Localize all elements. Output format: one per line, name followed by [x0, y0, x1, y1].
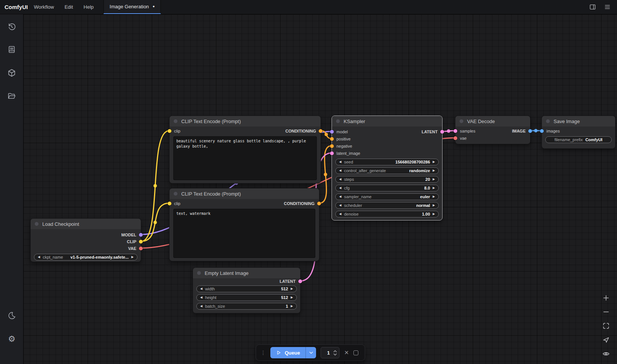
widget-seed[interactable]: ◀seed156680208700286▶: [335, 159, 439, 165]
widget-scheduler[interactable]: ◀schedulernormal▶: [335, 202, 439, 209]
increment-icon[interactable]: ▶: [291, 305, 293, 308]
node-title-bar[interactable]: VAE Decode: [455, 116, 530, 126]
node-title-bar[interactable]: Load Checkpoint: [31, 219, 141, 229]
increment-icon[interactable]: ▶: [433, 169, 435, 172]
node-title-bar[interactable]: Save Image: [542, 116, 615, 126]
decrement-icon[interactable]: ◀: [339, 178, 341, 181]
increment-icon[interactable]: ▶: [433, 160, 435, 163]
stop-icon[interactable]: [353, 350, 358, 355]
collapse-dot-icon[interactable]: [35, 222, 39, 226]
collapse-dot-icon[interactable]: [460, 119, 463, 123]
sidebar-button-history[interactable]: [7, 22, 17, 32]
menu-item-edit[interactable]: Edit: [65, 4, 73, 10]
stepper-down-icon[interactable]: [333, 353, 337, 356]
output-port-conditioning[interactable]: [317, 202, 321, 205]
increment-icon[interactable]: ▶: [131, 256, 134, 259]
collapse-dot-icon[interactable]: [197, 271, 201, 275]
zoom-in-button[interactable]: [602, 294, 610, 302]
batch-count-value[interactable]: 1: [323, 350, 333, 356]
widget-control-after-generate[interactable]: ◀control_after_generaterandomize▶: [335, 167, 439, 174]
output-port-latent[interactable]: [298, 279, 302, 283]
decrement-icon[interactable]: ◀: [339, 169, 341, 172]
sidebar-button-theme-toggle[interactable]: [7, 311, 17, 321]
collapse-dot-icon[interactable]: [546, 119, 550, 123]
node-ksampler[interactable]: KSampler model LATENT positive negative …: [332, 116, 443, 221]
widget-denoise[interactable]: ◀denoise1.00▶: [335, 211, 439, 217]
widget-filename-prefix[interactable]: filename_prefix ComfyUI: [545, 136, 612, 143]
decrement-icon[interactable]: ◀: [339, 160, 341, 163]
node-empty-latent-image[interactable]: Empty Latent Image LATENT ◀width512▶ ◀he…: [193, 267, 301, 313]
menu-item-workflow[interactable]: Workflow: [34, 4, 54, 10]
collapse-dot-icon[interactable]: [174, 119, 177, 123]
node-clip-text-encode-positive[interactable]: CLIP Text Encode (Prompt) clip CONDITION…: [169, 116, 321, 184]
node-load-checkpoint[interactable]: Load Checkpoint MODEL CLIP VAE ◀ ckpt_na…: [30, 218, 141, 262]
queue-button-main[interactable]: Queue: [270, 347, 305, 358]
input-port-samples[interactable]: [453, 129, 457, 133]
collapse-dot-icon[interactable]: [336, 119, 340, 123]
decrement-icon[interactable]: ◀: [339, 195, 341, 198]
input-port-clip[interactable]: [168, 202, 171, 205]
decrement-icon[interactable]: ◀: [339, 187, 341, 190]
increment-icon[interactable]: ▶: [433, 187, 435, 190]
widget-sampler-name[interactable]: ◀sampler_nameeuler▶: [335, 193, 439, 200]
widget-ckpt-name[interactable]: ◀ ckpt_name v1-5-pruned-emaonly.safete..…: [34, 254, 137, 261]
input-port-negative[interactable]: [330, 144, 334, 148]
increment-icon[interactable]: ▶: [433, 204, 435, 207]
node-clip-text-encode-negative[interactable]: CLIP Text Encode (Prompt) clip CONDITION…: [169, 188, 319, 261]
output-port-conditioning[interactable]: [319, 129, 322, 133]
decrement-icon[interactable]: ◀: [200, 305, 202, 308]
decrement-icon[interactable]: ◀: [200, 296, 202, 299]
decrement-icon[interactable]: ◀: [339, 213, 341, 216]
queue-button[interactable]: Queue: [270, 347, 316, 358]
sidebar-button-node-library[interactable]: [7, 45, 17, 54]
tab-image-generation[interactable]: Image Generation ●: [103, 0, 161, 14]
increment-icon[interactable]: ▶: [433, 178, 435, 181]
batch-count-stepper[interactable]: 1: [321, 347, 339, 358]
select-mode-button[interactable]: [602, 336, 610, 344]
increment-icon[interactable]: ▶: [291, 296, 293, 299]
zoom-out-button[interactable]: [602, 308, 610, 316]
menu-item-help[interactable]: Help: [83, 4, 94, 10]
queue-options-button[interactable]: [305, 347, 316, 358]
input-port-vae[interactable]: [453, 136, 457, 140]
decrement-icon[interactable]: ◀: [38, 256, 40, 259]
prompt-textarea[interactable]: beautiful scenery nature glass bottle la…: [173, 136, 317, 180]
widget-height[interactable]: ◀height512▶: [196, 294, 297, 301]
input-port-clip[interactable]: [168, 129, 171, 133]
output-port-clip[interactable]: [139, 240, 143, 244]
toggle-visibility-button[interactable]: [602, 350, 610, 358]
sidebar-button-workflows[interactable]: [7, 91, 17, 101]
widget-width[interactable]: ◀width512▶: [196, 285, 297, 292]
prompt-textarea[interactable]: text, watermark: [173, 209, 315, 258]
node-title-bar[interactable]: CLIP Text Encode (Prompt): [170, 116, 321, 126]
node-save-image[interactable]: Save Image images filename_prefix ComfyU…: [541, 116, 615, 149]
widget-cfg[interactable]: ◀cfg8.0▶: [335, 185, 439, 191]
drag-handle-icon[interactable]: ⋮: [261, 350, 266, 356]
input-port-model[interactable]: [330, 130, 334, 134]
decrement-icon[interactable]: ◀: [339, 204, 341, 207]
input-port-latent-image[interactable]: [330, 151, 334, 155]
collapse-dot-icon[interactable]: [174, 192, 177, 196]
input-port-positive[interactable]: [330, 137, 334, 141]
increment-icon[interactable]: ▶: [433, 213, 435, 216]
close-icon[interactable]: ✕: [344, 349, 349, 356]
node-title-bar[interactable]: KSampler: [332, 116, 442, 126]
node-title-bar[interactable]: CLIP Text Encode (Prompt): [170, 188, 319, 199]
output-port-model[interactable]: [139, 233, 143, 237]
node-vae-decode[interactable]: VAE Decode samples IMAGE vae: [455, 116, 531, 144]
input-port-images[interactable]: [540, 129, 544, 133]
decrement-icon[interactable]: ◀: [200, 287, 202, 290]
stepper-up-icon[interactable]: [333, 350, 337, 352]
increment-icon[interactable]: ▶: [291, 287, 293, 290]
output-port-latent[interactable]: [440, 130, 444, 134]
panel-toggle-icon[interactable]: [589, 3, 596, 11]
fit-view-button[interactable]: [602, 322, 610, 330]
node-title-bar[interactable]: Empty Latent Image: [193, 268, 300, 278]
sidebar-button-settings[interactable]: ⚙: [7, 334, 17, 344]
output-port-vae[interactable]: [139, 247, 143, 250]
sidebar-button-model-library[interactable]: [7, 68, 17, 78]
widget-batch-size[interactable]: ◀batch_size1▶: [196, 303, 297, 310]
output-port-image[interactable]: [528, 129, 532, 133]
increment-icon[interactable]: ▶: [433, 195, 435, 198]
hamburger-menu-icon[interactable]: [604, 3, 611, 11]
